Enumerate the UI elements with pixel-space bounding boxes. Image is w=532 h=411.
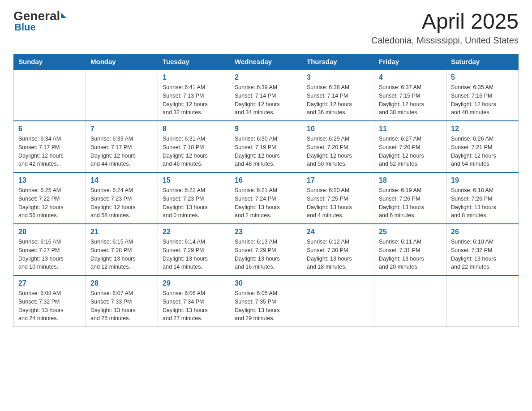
calendar-cell: 1Sunrise: 6:41 AM Sunset: 7:13 PM Daylig… [158,69,230,121]
calendar-cell: 24Sunrise: 6:12 AM Sunset: 7:30 PM Dayli… [302,224,374,275]
calendar-cell [14,69,86,121]
month-year: April 2025 [371,9,519,34]
calendar-cell: 10Sunrise: 6:29 AM Sunset: 7:20 PM Dayli… [302,121,374,172]
day-number: 26 [451,228,514,236]
day-number: 10 [307,125,369,133]
calendar-cell: 19Sunrise: 6:18 AM Sunset: 7:26 PM Dayli… [446,172,519,224]
day-info: Sunrise: 6:08 AM Sunset: 7:32 PM Dayligh… [18,289,81,323]
day-number: 20 [18,228,81,236]
calendar-header-row: SundayMondayTuesdayWednesdayThursdayFrid… [14,54,519,70]
logo: General Blue [13,9,66,33]
calendar-week-3: 13Sunrise: 6:25 AM Sunset: 7:22 PM Dayli… [14,172,519,224]
day-info: Sunrise: 6:19 AM Sunset: 7:26 PM Dayligh… [379,186,442,220]
day-info: Sunrise: 6:30 AM Sunset: 7:19 PM Dayligh… [235,135,297,168]
day-number: 24 [307,228,369,236]
day-number: 2 [235,73,297,81]
day-info: Sunrise: 6:35 AM Sunset: 7:16 PM Dayligh… [451,83,514,117]
day-info: Sunrise: 6:34 AM Sunset: 7:17 PM Dayligh… [18,135,81,168]
calendar-cell: 17Sunrise: 6:20 AM Sunset: 7:25 PM Dayli… [302,172,374,224]
day-info: Sunrise: 6:24 AM Sunset: 7:23 PM Dayligh… [90,186,153,220]
calendar-cell: 9Sunrise: 6:30 AM Sunset: 7:19 PM Daylig… [230,121,302,172]
day-number: 8 [163,125,225,133]
day-number: 25 [379,228,442,236]
day-info: Sunrise: 6:07 AM Sunset: 7:33 PM Dayligh… [90,289,153,323]
day-number: 7 [90,125,153,133]
day-info: Sunrise: 6:26 AM Sunset: 7:21 PM Dayligh… [451,135,514,168]
day-number: 30 [235,279,297,287]
calendar-cell: 18Sunrise: 6:19 AM Sunset: 7:26 PM Dayli… [374,172,446,224]
day-number: 15 [163,176,225,184]
day-info: Sunrise: 6:10 AM Sunset: 7:32 PM Dayligh… [451,238,514,271]
day-info: Sunrise: 6:12 AM Sunset: 7:30 PM Dayligh… [307,238,369,271]
calendar-cell: 28Sunrise: 6:07 AM Sunset: 7:33 PM Dayli… [86,275,158,327]
day-number: 22 [163,228,225,236]
header-wednesday: Wednesday [230,54,302,70]
calendar-cell: 22Sunrise: 6:14 AM Sunset: 7:29 PM Dayli… [158,224,230,275]
day-info: Sunrise: 6:13 AM Sunset: 7:29 PM Dayligh… [235,238,297,271]
day-number: 29 [163,279,225,287]
location: Caledonia, Mississippi, United States [371,35,519,46]
day-number: 6 [18,125,81,133]
day-number: 19 [451,176,514,184]
day-number: 12 [451,125,514,133]
calendar-cell: 16Sunrise: 6:21 AM Sunset: 7:24 PM Dayli… [230,172,302,224]
logo-triangle-icon [61,13,66,18]
calendar-cell: 13Sunrise: 6:25 AM Sunset: 7:22 PM Dayli… [14,172,86,224]
calendar-cell [86,69,158,121]
calendar-cell: 5Sunrise: 6:35 AM Sunset: 7:16 PM Daylig… [446,69,519,121]
day-info: Sunrise: 6:37 AM Sunset: 7:15 PM Dayligh… [379,83,442,117]
day-info: Sunrise: 6:27 AM Sunset: 7:20 PM Dayligh… [379,135,442,168]
calendar-cell [302,275,374,327]
day-info: Sunrise: 6:06 AM Sunset: 7:34 PM Dayligh… [163,289,225,323]
day-info: Sunrise: 6:18 AM Sunset: 7:26 PM Dayligh… [451,186,514,220]
day-info: Sunrise: 6:16 AM Sunset: 7:27 PM Dayligh… [18,238,81,271]
title-block: April 2025 Caledonia, Mississippi, Unite… [371,9,519,46]
calendar-cell: 14Sunrise: 6:24 AM Sunset: 7:23 PM Dayli… [86,172,158,224]
calendar-week-5: 27Sunrise: 6:08 AM Sunset: 7:32 PM Dayli… [14,275,519,327]
day-number: 16 [235,176,297,184]
day-number: 27 [18,279,81,287]
day-info: Sunrise: 6:31 AM Sunset: 7:18 PM Dayligh… [163,135,225,168]
day-number: 4 [379,73,442,81]
day-number: 5 [451,73,514,81]
day-number: 18 [379,176,442,184]
calendar-cell: 15Sunrise: 6:22 AM Sunset: 7:23 PM Dayli… [158,172,230,224]
day-info: Sunrise: 6:41 AM Sunset: 7:13 PM Dayligh… [163,83,225,117]
day-info: Sunrise: 6:05 AM Sunset: 7:35 PM Dayligh… [235,289,297,323]
calendar-cell: 25Sunrise: 6:11 AM Sunset: 7:31 PM Dayli… [374,224,446,275]
day-info: Sunrise: 6:25 AM Sunset: 7:22 PM Dayligh… [18,186,81,220]
day-number: 23 [235,228,297,236]
day-info: Sunrise: 6:14 AM Sunset: 7:29 PM Dayligh… [163,238,225,271]
calendar-cell: 21Sunrise: 6:15 AM Sunset: 7:28 PM Dayli… [86,224,158,275]
day-info: Sunrise: 6:15 AM Sunset: 7:28 PM Dayligh… [90,238,153,271]
calendar-week-2: 6Sunrise: 6:34 AM Sunset: 7:17 PM Daylig… [14,121,519,172]
calendar-cell: 4Sunrise: 6:37 AM Sunset: 7:15 PM Daylig… [374,69,446,121]
header-sunday: Sunday [14,54,86,70]
calendar-cell: 6Sunrise: 6:34 AM Sunset: 7:17 PM Daylig… [14,121,86,172]
calendar-week-4: 20Sunrise: 6:16 AM Sunset: 7:27 PM Dayli… [14,224,519,275]
header-saturday: Saturday [446,54,519,70]
day-number: 9 [235,125,297,133]
calendar-cell: 12Sunrise: 6:26 AM Sunset: 7:21 PM Dayli… [446,121,519,172]
calendar-cell: 26Sunrise: 6:10 AM Sunset: 7:32 PM Dayli… [446,224,519,275]
calendar-cell: 8Sunrise: 6:31 AM Sunset: 7:18 PM Daylig… [158,121,230,172]
day-info: Sunrise: 6:39 AM Sunset: 7:14 PM Dayligh… [235,83,297,117]
logo-subtext: Blue [14,21,36,33]
header-monday: Monday [86,54,158,70]
calendar-cell: 29Sunrise: 6:06 AM Sunset: 7:34 PM Dayli… [158,275,230,327]
calendar-cell: 2Sunrise: 6:39 AM Sunset: 7:14 PM Daylig… [230,69,302,121]
calendar-cell: 30Sunrise: 6:05 AM Sunset: 7:35 PM Dayli… [230,275,302,327]
page-header: General Blue April 2025 Caledonia, Missi… [13,9,519,46]
calendar-cell: 23Sunrise: 6:13 AM Sunset: 7:29 PM Dayli… [230,224,302,275]
calendar-cell: 11Sunrise: 6:27 AM Sunset: 7:20 PM Dayli… [374,121,446,172]
calendar-cell [374,275,446,327]
day-number: 11 [379,125,442,133]
day-info: Sunrise: 6:11 AM Sunset: 7:31 PM Dayligh… [379,238,442,271]
calendar-cell: 20Sunrise: 6:16 AM Sunset: 7:27 PM Dayli… [14,224,86,275]
day-number: 13 [18,176,81,184]
day-info: Sunrise: 6:22 AM Sunset: 7:23 PM Dayligh… [163,186,225,220]
day-info: Sunrise: 6:29 AM Sunset: 7:20 PM Dayligh… [307,135,369,168]
calendar-cell: 3Sunrise: 6:38 AM Sunset: 7:14 PM Daylig… [302,69,374,121]
header-thursday: Thursday [302,54,374,70]
day-info: Sunrise: 6:38 AM Sunset: 7:14 PM Dayligh… [307,83,369,117]
